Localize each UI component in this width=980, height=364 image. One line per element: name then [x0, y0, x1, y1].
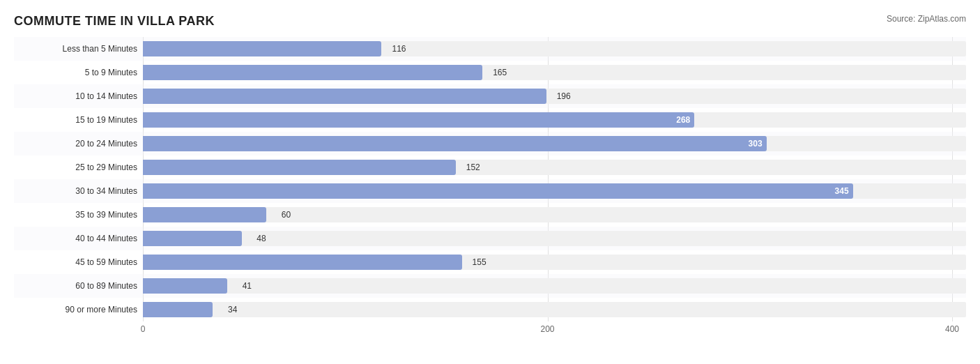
bar-label: 15 to 19 Minutes — [14, 115, 143, 125]
bar-row: 35 to 39 Minutes60 — [14, 203, 966, 227]
bar-track: 60 — [143, 207, 966, 222]
bar-fill: 60 — [143, 207, 266, 222]
bar-value: 48 — [257, 234, 266, 243]
bar-row: 90 or more Minutes34 — [14, 298, 966, 321]
bar-value: 268 — [676, 115, 690, 125]
chart-title: COMMUTE TIME IN VILLA PARK — [14, 14, 215, 29]
bar-fill: 152 — [143, 160, 456, 175]
bar-label: 40 to 44 Minutes — [14, 234, 143, 243]
bar-label: 35 to 39 Minutes — [14, 210, 143, 220]
bar-track: 155 — [143, 255, 966, 270]
bar-track: 268 — [143, 112, 966, 128]
bar-row: 5 to 9 Minutes165 — [14, 61, 966, 84]
bar-track: 345 — [143, 183, 966, 199]
bar-label: 10 to 14 Minutes — [14, 91, 143, 101]
chart-source: Source: ZipAtlas.com — [887, 14, 966, 24]
bar-fill: 345 — [143, 183, 853, 199]
bar-row: 20 to 24 Minutes303 — [14, 132, 966, 156]
x-axis-tick: 0 — [141, 324, 146, 334]
bar-value: 196 — [557, 91, 571, 101]
bar-track: 152 — [143, 160, 966, 175]
bar-value: 165 — [493, 68, 507, 77]
bar-value: 303 — [749, 139, 763, 149]
bar-fill: 196 — [143, 89, 546, 104]
bar-label: 60 to 89 Minutes — [14, 281, 143, 291]
bar-row: 40 to 44 Minutes48 — [14, 227, 966, 250]
bar-label: 5 to 9 Minutes — [14, 68, 143, 77]
bar-fill: 303 — [143, 136, 767, 151]
bar-fill: 165 — [143, 65, 482, 80]
bar-value: 116 — [392, 44, 406, 54]
bar-fill: 116 — [143, 41, 381, 56]
x-axis: 0200400 — [143, 324, 952, 338]
bar-value: 41 — [243, 281, 252, 291]
bar-track: 48 — [143, 231, 966, 246]
bar-track: 41 — [143, 278, 966, 294]
bar-row: 25 to 29 Minutes152 — [14, 156, 966, 179]
bar-label: Less than 5 Minutes — [14, 44, 143, 54]
bar-row: Less than 5 Minutes116 — [14, 37, 966, 61]
bar-value: 152 — [466, 162, 480, 172]
bar-label: 45 to 59 Minutes — [14, 257, 143, 267]
bar-fill: 48 — [143, 231, 242, 246]
x-axis-tick: 400 — [945, 324, 959, 334]
bar-track: 165 — [143, 65, 966, 80]
bar-track: 34 — [143, 302, 966, 317]
bar-value: 345 — [835, 186, 849, 196]
chart-body: Less than 5 Minutes1165 to 9 Minutes1651… — [14, 37, 966, 338]
x-axis-tick: 200 — [540, 324, 554, 334]
bar-track: 196 — [143, 89, 966, 104]
chart-container: COMMUTE TIME IN VILLA PARK Source: ZipAt… — [0, 0, 980, 364]
bar-value: 155 — [473, 257, 487, 267]
bar-row: 30 to 34 Minutes345 — [14, 179, 966, 203]
bar-label: 90 or more Minutes — [14, 305, 143, 314]
bar-value: 60 — [282, 210, 291, 220]
bar-row: 10 to 14 Minutes196 — [14, 84, 966, 108]
bar-track: 116 — [143, 41, 966, 56]
bar-fill: 155 — [143, 255, 462, 270]
bars-area: Less than 5 Minutes1165 to 9 Minutes1651… — [14, 37, 966, 321]
bar-label: 25 to 29 Minutes — [14, 162, 143, 172]
bar-label: 30 to 34 Minutes — [14, 186, 143, 196]
bar-fill: 268 — [143, 112, 694, 128]
bar-row: 45 to 59 Minutes155 — [14, 250, 966, 274]
bar-track: 303 — [143, 136, 966, 151]
bar-label: 20 to 24 Minutes — [14, 139, 143, 149]
bar-fill: 41 — [143, 278, 227, 294]
chart-header: COMMUTE TIME IN VILLA PARK Source: ZipAt… — [14, 14, 966, 29]
bar-row: 60 to 89 Minutes41 — [14, 274, 966, 298]
bar-value: 34 — [228, 305, 237, 314]
bar-fill: 34 — [143, 302, 213, 317]
bar-row: 15 to 19 Minutes268 — [14, 108, 966, 132]
